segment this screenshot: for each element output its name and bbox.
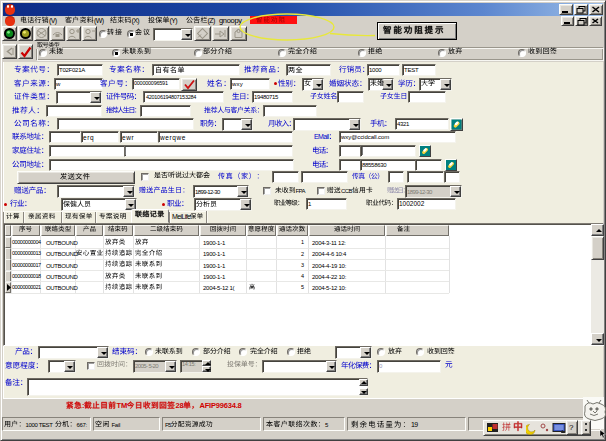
svg-text:2005- 5-20: 2005- 5-20 bbox=[135, 363, 159, 369]
svg-text:1900-1-1: 1900-1-1 bbox=[203, 251, 226, 257]
svg-text:1: 1 bbox=[308, 201, 312, 207]
svg-text:1900-1-1: 1900-1-1 bbox=[203, 262, 226, 268]
svg-text:TEST: TEST bbox=[404, 67, 419, 73]
svg-text:OUTBOUND: OUTBOUND bbox=[46, 285, 79, 291]
svg-text:2004-4-19 10:: 2004-4-19 10: bbox=[312, 262, 347, 268]
svg-text:F5: F5 bbox=[165, 421, 172, 427]
svg-text:w: w bbox=[55, 80, 61, 86]
svg-text:EMail: EMail bbox=[314, 133, 330, 140]
svg-text:CCB: CCB bbox=[341, 187, 352, 193]
svg-text:2004-4-6 10:4: 2004-4-6 10:4 bbox=[312, 251, 347, 257]
svg-text:wxy@ccidcall.com: wxy@ccidcall.com bbox=[340, 134, 389, 140]
svg-text:1899-12-30: 1899-12-30 bbox=[195, 188, 221, 194]
svg-text:OUTBOUND: OUTBOUND bbox=[46, 262, 79, 268]
svg-text::: : bbox=[82, 401, 84, 410]
svg-text:erq: erq bbox=[83, 134, 94, 142]
svg-text:?: ? bbox=[569, 422, 574, 431]
svg-text:T02F021A: T02F021A bbox=[59, 67, 85, 73]
svg-text:1899-12-30: 1899-12-30 bbox=[407, 188, 433, 194]
svg-text:4321: 4321 bbox=[397, 120, 410, 126]
svg-text:Fail: Fail bbox=[110, 421, 120, 427]
svg-text:3: 3 bbox=[301, 262, 304, 268]
svg-text:00000000013: 00000000013 bbox=[12, 250, 41, 256]
svg-text:00000000004: 00000000004 bbox=[12, 239, 41, 245]
svg-text:28: 28 bbox=[176, 401, 184, 410]
svg-text:2004-5-12 1(: 2004-5-12 1( bbox=[203, 285, 235, 291]
svg-text:0: 0 bbox=[379, 363, 383, 369]
svg-text:420106194807153284: 420106194807153284 bbox=[146, 94, 196, 100]
svg-text:FPA: FPA bbox=[295, 187, 305, 193]
svg-text:1000: 1000 bbox=[369, 67, 382, 73]
svg-text:ewr: ewr bbox=[122, 134, 135, 141]
svg-text:OUTBOUND: OUTBOUND bbox=[46, 273, 79, 279]
svg-text:00000000018: 00000000018 bbox=[12, 273, 41, 279]
svg-text:werqwe: werqwe bbox=[159, 134, 186, 142]
svg-text:667:: 667: bbox=[77, 421, 88, 427]
svg-text:5: 5 bbox=[325, 421, 329, 427]
svg-text:1: 1 bbox=[301, 239, 304, 245]
svg-text:4: 4 bbox=[301, 273, 304, 279]
svg-text:1900-1-1: 1900-1-1 bbox=[203, 239, 226, 245]
svg-text:5: 5 bbox=[301, 284, 304, 290]
svg-text:1900-1-1: 1900-1-1 bbox=[203, 273, 226, 279]
svg-text:000000096591: 000000096591 bbox=[134, 80, 168, 86]
svg-text:TM: TM bbox=[117, 401, 127, 410]
svg-text:1000 TEST: 1000 TEST bbox=[26, 421, 54, 427]
svg-text:2004-3-11 12:: 2004-3-11 12: bbox=[312, 239, 346, 245]
svg-text:wxy: wxy bbox=[231, 80, 243, 86]
svg-text:OUTBOUND: OUTBOUND bbox=[46, 240, 79, 246]
svg-text:AFIP99634.8: AFIP99634.8 bbox=[200, 401, 242, 410]
svg-text:19480715: 19480715 bbox=[254, 94, 279, 100]
svg-text:2004-5-12 10:: 2004-5-12 10: bbox=[312, 285, 347, 291]
svg-text:00000000017: 00000000017 bbox=[12, 262, 41, 268]
svg-text:19: 19 bbox=[411, 421, 418, 428]
svg-text:2: 2 bbox=[301, 251, 304, 257]
svg-text:2004-4-22 10:: 2004-4-22 10: bbox=[312, 273, 347, 279]
svg-text:00000000021: 00000000021 bbox=[12, 284, 41, 290]
svg-text:OUTBOUND: OUTBOUND bbox=[46, 251, 79, 257]
svg-text:14:15:: 14:15: bbox=[182, 361, 196, 367]
svg-text:1002002: 1002002 bbox=[399, 200, 425, 207]
svg-text:88558630: 88558630 bbox=[362, 161, 387, 167]
svg-text:MeiLife: MeiLife bbox=[172, 212, 191, 219]
